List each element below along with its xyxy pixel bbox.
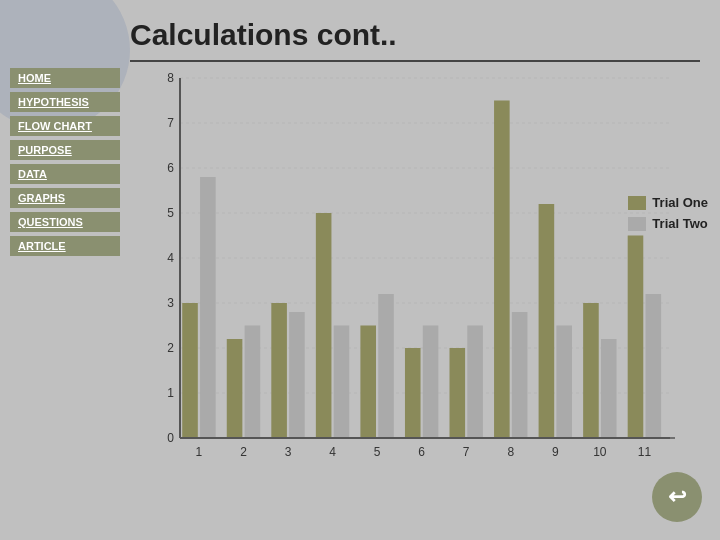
svg-text:8: 8	[167, 71, 174, 85]
legend-label: Trial Two	[652, 216, 707, 231]
sidebar-item-home[interactable]: HOME	[10, 68, 120, 88]
svg-text:3: 3	[285, 445, 292, 459]
svg-rect-48	[601, 339, 617, 438]
sidebar-item-flow-chart[interactable]: FLOW CHART	[10, 116, 120, 136]
legend-color-box	[628, 217, 646, 231]
svg-rect-36	[423, 326, 439, 439]
bar-chart: 0123456781234567891011	[135, 68, 690, 488]
svg-rect-38	[450, 348, 466, 438]
sidebar-item-article[interactable]: ARTICLE	[10, 236, 120, 256]
svg-rect-44	[539, 204, 555, 438]
svg-rect-26	[271, 303, 287, 438]
svg-text:10: 10	[593, 445, 607, 459]
sidebar-item-data[interactable]: DATA	[10, 164, 120, 184]
svg-rect-50	[628, 236, 644, 439]
back-icon: ↩	[668, 484, 686, 510]
title-underline	[130, 60, 700, 62]
svg-text:7: 7	[167, 116, 174, 130]
svg-text:0: 0	[167, 431, 174, 445]
svg-text:4: 4	[329, 445, 336, 459]
legend-item: Trial One	[628, 195, 708, 210]
svg-text:2: 2	[240, 445, 247, 459]
svg-rect-21	[200, 177, 216, 438]
svg-text:1: 1	[196, 445, 203, 459]
svg-rect-32	[360, 326, 376, 439]
svg-text:11: 11	[638, 445, 652, 459]
svg-text:2: 2	[167, 341, 174, 355]
svg-rect-35	[405, 348, 421, 438]
chart-legend: Trial OneTrial Two	[628, 195, 708, 231]
svg-rect-51	[646, 294, 662, 438]
svg-text:6: 6	[167, 161, 174, 175]
svg-text:3: 3	[167, 296, 174, 310]
page-title: Calculations cont..	[130, 18, 397, 52]
legend-item: Trial Two	[628, 216, 708, 231]
svg-rect-39	[467, 326, 483, 439]
sidebar-item-graphs[interactable]: GRAPHS	[10, 188, 120, 208]
svg-rect-27	[289, 312, 305, 438]
svg-rect-29	[316, 213, 332, 438]
svg-text:6: 6	[418, 445, 425, 459]
svg-rect-47	[583, 303, 599, 438]
svg-rect-30	[334, 326, 350, 439]
svg-text:7: 7	[463, 445, 470, 459]
sidebar-item-hypothesis[interactable]: HYPOTHESIS	[10, 92, 120, 112]
sidebar: HOMEHYPOTHESISFLOW CHARTPURPOSEDATAGRAPH…	[10, 68, 120, 256]
back-button[interactable]: ↩	[652, 472, 702, 522]
svg-text:5: 5	[374, 445, 381, 459]
svg-rect-33	[378, 294, 394, 438]
svg-text:1: 1	[167, 386, 174, 400]
svg-rect-24	[245, 326, 261, 439]
chart-area: 0123456781234567891011	[135, 68, 690, 488]
svg-text:4: 4	[167, 251, 174, 265]
sidebar-item-questions[interactable]: QUESTIONS	[10, 212, 120, 232]
legend-label: Trial One	[652, 195, 708, 210]
page-container: Calculations cont.. HOMEHYPOTHESISFLOW C…	[0, 0, 720, 540]
sidebar-item-purpose[interactable]: PURPOSE	[10, 140, 120, 160]
svg-rect-41	[494, 101, 510, 439]
svg-rect-20	[182, 303, 198, 438]
svg-rect-23	[227, 339, 243, 438]
svg-rect-42	[512, 312, 528, 438]
svg-text:5: 5	[167, 206, 174, 220]
svg-text:8: 8	[507, 445, 514, 459]
legend-color-box	[628, 196, 646, 210]
svg-rect-45	[556, 326, 572, 439]
svg-text:9: 9	[552, 445, 559, 459]
